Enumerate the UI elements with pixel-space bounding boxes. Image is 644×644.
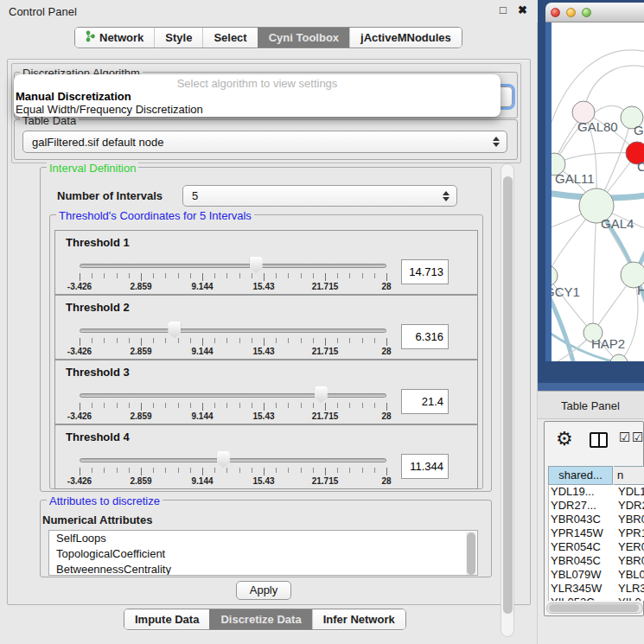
node-label-partial: HI — [637, 283, 644, 297]
table-panel-header: Table Panel — [538, 391, 644, 419]
table-row[interactable]: YDL19...YDL1 — [549, 485, 644, 499]
network-window-border — [545, 22, 552, 361]
threshold-1-slider[interactable] — [80, 264, 386, 268]
table-row[interactable]: YIL052CYIL0 — [549, 596, 644, 601]
control-panel: Control Panel □ ✖ Network Style Select C… — [0, 0, 538, 644]
threshold-4-slider[interactable] — [80, 458, 386, 462]
combo-stepper-icon — [493, 137, 500, 147]
tab-cyni-toolbox[interactable]: Cyni Toolbox — [258, 28, 349, 48]
table-panel-title: Table Panel — [561, 399, 620, 412]
interval-definition-label: Interval Definition — [47, 162, 138, 175]
slider-thumb[interactable] — [168, 322, 181, 338]
threshold-2-label: Threshold 2 — [66, 301, 130, 314]
close-icon[interactable]: ✖ — [518, 3, 527, 16]
threshold-panel-2: Threshold 2 -3.4262.8599.14415.4321.7152… — [54, 295, 478, 360]
node-label-hap2: HAP2 — [591, 336, 625, 351]
algorithm-dropdown-popup: Select algorithm to view settings Manual… — [14, 74, 501, 117]
tab-discretize-data[interactable]: Discretize Data — [209, 609, 311, 629]
number-of-intervals-spinner[interactable]: 5 — [182, 185, 457, 207]
spinner-stepper-icon — [443, 191, 450, 201]
threshold-panel-3: Threshold 3 -3.4262.8599.14415.4321.7152… — [54, 360, 478, 424]
checkbox-icon[interactable]: ☑ — [632, 430, 643, 445]
number-of-intervals-label: Number of Intervals — [57, 189, 163, 202]
tab-impute-data[interactable]: Impute Data — [124, 609, 209, 629]
zoom-traffic-light-icon[interactable] — [582, 8, 591, 17]
list-scrollbar[interactable] — [466, 532, 476, 576]
thresholds-group-label: Threshold's Coordinates for 5 Intervals — [56, 209, 254, 222]
column-header-name[interactable]: n — [614, 466, 644, 485]
float-window-icon[interactable]: □ — [500, 3, 507, 16]
node-label-partial: C — [637, 159, 644, 174]
threshold-2-slider[interactable] — [80, 328, 386, 333]
checkbox-icon[interactable]: ☑ — [619, 430, 630, 445]
slider-thumb[interactable] — [315, 386, 328, 403]
node-label-partial: GA — [634, 123, 644, 137]
network-canvas[interactable]: GAL80 GA C GAL11 GAL4 GCY1 HI HAP2 — [552, 22, 644, 361]
table-data-combobox[interactable]: galFiltered.sif default node — [22, 131, 507, 153]
threshold-1-label: Threshold 1 — [66, 236, 130, 249]
table-row[interactable]: YBR043CYBR0 — [549, 513, 644, 526]
top-tab-bar: Network Style Select Cyni Toolbox jActiv… — [74, 27, 462, 48]
threshold-2-value-field[interactable]: 6.316 — [401, 324, 449, 349]
minimize-traffic-light-icon[interactable] — [566, 8, 576, 17]
columns-icon[interactable] — [590, 432, 608, 448]
panel-vertical-scrollbar[interactable] — [501, 163, 514, 637]
table-row[interactable]: YLR345WYLR3 — [549, 582, 644, 596]
threshold-3-slider[interactable] — [80, 393, 386, 398]
table-row[interactable]: YER054CYER0 — [549, 540, 644, 554]
threshold-3-value-field[interactable]: 21.4 — [401, 389, 449, 414]
slider-thumb[interactable] — [250, 257, 263, 273]
table-horizontal-scrollbar[interactable] — [546, 603, 643, 614]
threshold-panel-1: Threshold 1 -3.4262.8599.14415.4321.7152… — [54, 230, 478, 295]
list-item[interactable]: TopologicalCoefficient — [49, 546, 477, 562]
column-header-shared-name[interactable]: shared... — [548, 466, 613, 485]
tab-infer-network[interactable]: Infer Network — [312, 609, 405, 629]
network-tree-icon — [86, 30, 95, 45]
threshold-panel-4: Threshold 4 -3.4262.8599.14415.4321.7152… — [54, 424, 478, 489]
attributes-group-label: Attributes to discretize — [47, 494, 163, 507]
numerical-attributes-list: SelfLoops TopologicalCoefficient Between… — [48, 530, 478, 576]
node-label-gal11: GAL11 — [555, 171, 595, 186]
tab-select[interactable]: Select — [202, 28, 257, 48]
table-row[interactable]: YDR27...YDR2 — [549, 499, 644, 513]
node-label-gal4: GAL4 — [601, 216, 634, 231]
table-panel: ⚙ ☑ ☑ shared... n YDL19...YDL1 YDR27...Y… — [544, 421, 644, 616]
gear-icon[interactable]: ⚙ — [556, 428, 573, 450]
cyni-toolbox-panel: Discretization Algorithm Select algorith… — [7, 59, 531, 605]
bottom-tab-bar: Impute Data Discretize Data Infer Networ… — [124, 609, 406, 630]
table-row[interactable]: YBL079WYBL0 — [549, 568, 644, 582]
table-row[interactable]: YBR045CYBR0 — [549, 554, 644, 568]
node-label-gal80: GAL80 — [577, 119, 618, 134]
threshold-4-value-field[interactable]: 11.344 — [401, 454, 449, 479]
slider-thumb[interactable] — [217, 451, 230, 468]
dropdown-hint-item: Select algorithm to view settings — [14, 77, 501, 90]
tab-style[interactable]: Style — [154, 28, 202, 48]
scrollbar-thumb[interactable] — [503, 176, 513, 614]
threshold-1-value-field[interactable]: 14.713 — [401, 259, 449, 284]
control-panel-titlebar: Control Panel □ ✖ — [0, 0, 538, 22]
table-row[interactable]: YPR145WYPR1 — [549, 526, 644, 540]
close-traffic-light-icon[interactable] — [551, 8, 560, 17]
panel-title: Control Panel — [9, 5, 77, 18]
threshold-3-label: Threshold 3 — [66, 366, 130, 379]
right-region: GAL80 GA C GAL11 GAL4 GCY1 HI HAP2 Table… — [538, 0, 644, 644]
dropdown-option-equal-width[interactable]: Equal Width/Frequency Discretization — [16, 103, 203, 116]
list-item[interactable]: BetweennessCentrality — [49, 562, 477, 576]
list-item[interactable]: SelfLoops — [49, 531, 477, 546]
network-window-titlebar[interactable] — [545, 3, 644, 22]
threshold-4-label: Threshold 4 — [66, 430, 130, 443]
table-rows: YDL19...YDL1 YDR27...YDR2 YBR043CYBR0 YP… — [548, 485, 644, 601]
apply-button[interactable]: Apply — [236, 581, 291, 600]
tab-jactivemnodules[interactable]: jActiveMNodules — [349, 28, 462, 48]
tab-network[interactable]: Network — [75, 28, 154, 48]
node-label-gcy1: GCY1 — [552, 284, 580, 299]
scrollbar-thumb[interactable] — [549, 604, 639, 612]
numerical-attributes-heading: Numerical Attributes — [42, 513, 152, 526]
dropdown-option-manual[interactable]: Manual Discretization — [16, 90, 131, 103]
